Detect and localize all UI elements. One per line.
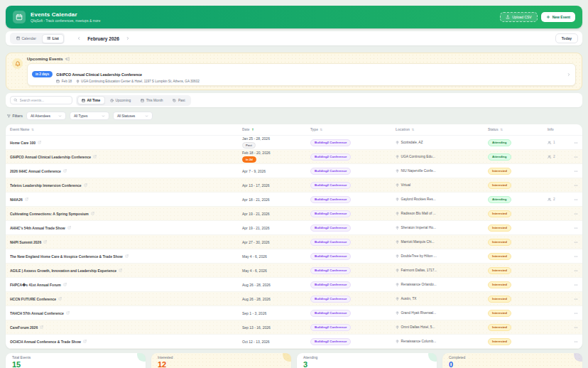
- more-actions-icon[interactable]: [574, 325, 578, 330]
- more-actions-icon[interactable]: [574, 141, 578, 145]
- event-type-badge: Building2 Conference: [310, 168, 351, 175]
- pin-icon: [396, 325, 399, 329]
- table-row[interactable]: TAHCH 57th Annual Conference Sep 1 - 3, …: [6, 306, 582, 320]
- table-row[interactable]: GIHPCO Annual Clinical Leadership Confer…: [6, 150, 582, 164]
- more-actions-icon[interactable]: [574, 197, 578, 202]
- external-link-icon[interactable]: [93, 155, 97, 158]
- upcoming-event-date: Feb 18: [62, 80, 72, 83]
- column-info: Info: [548, 128, 567, 131]
- external-link-icon[interactable]: [25, 197, 28, 201]
- stats-footer: Total Events 15 Interested 12 Attending …: [6, 353, 582, 368]
- more-actions-icon[interactable]: [574, 169, 578, 173]
- event-name: HCCN FUTURE Conference: [10, 297, 56, 301]
- external-link-icon[interactable]: [125, 254, 129, 258]
- status-badge: Interested: [488, 324, 511, 331]
- calendar-icon: [82, 99, 85, 102]
- previous-month-button[interactable]: [76, 36, 82, 41]
- external-link-icon[interactable]: [67, 226, 71, 229]
- stat-interested: Interested 12: [151, 353, 291, 368]
- calendar-icon: [16, 13, 23, 21]
- event-name: 2026 IHHC Annual Conference: [10, 169, 61, 173]
- column-event-name[interactable]: Event Name⇅: [10, 128, 242, 131]
- event-location: Virtual: [401, 183, 411, 187]
- stat-attending: Attending 3: [297, 353, 437, 368]
- more-actions-icon[interactable]: [574, 240, 578, 244]
- days-until-badge: in 2 days: [32, 71, 53, 77]
- more-actions-icon[interactable]: [574, 340, 578, 344]
- list-view-button[interactable]: List: [42, 34, 64, 43]
- external-link-icon[interactable]: [58, 297, 62, 301]
- external-link-icon[interactable]: [66, 311, 70, 315]
- bell-icon: [12, 58, 23, 69]
- table-row[interactable]: AHHC's 54th Annual Trade Show Apr 19 - 2…: [6, 221, 582, 235]
- external-link-icon[interactable]: [63, 169, 67, 173]
- more-actions-icon[interactable]: [574, 155, 578, 159]
- table-row[interactable]: 2026 IHHC Annual Conference Apr 7 - 9, 2…: [6, 164, 582, 178]
- external-link-icon[interactable]: [91, 212, 94, 215]
- filter-past[interactable]: Past: [168, 96, 190, 104]
- external-link-icon[interactable]: [40, 325, 43, 329]
- calendar-icon: [141, 99, 144, 102]
- more-actions-icon[interactable]: [574, 311, 578, 315]
- external-link-icon[interactable]: [38, 141, 41, 144]
- event-type-badge: Building2 Conference: [310, 239, 351, 246]
- table-row[interactable]: Cultivating Connections: A Spring Sympos…: [6, 207, 582, 221]
- event-name: Home Care 100: [10, 141, 36, 145]
- view-toggle: Calendar List: [10, 33, 65, 44]
- upload-csv-button[interactable]: Upload CSV: [500, 12, 538, 22]
- more-actions-icon[interactable]: [574, 283, 578, 287]
- column-date[interactable]: Date↑: [242, 128, 310, 131]
- external-link-icon[interactable]: [83, 340, 87, 343]
- filter-all-time[interactable]: All Time: [77, 96, 105, 104]
- table-row[interactable]: NHPI Summit 2026 Apr 27 - 30, 2026 Build…: [6, 235, 582, 249]
- external-link-icon[interactable]: [84, 183, 87, 187]
- new-event-button[interactable]: New Event: [541, 12, 575, 22]
- external-link-icon[interactable]: [119, 269, 122, 272]
- search-icon: [13, 98, 18, 102]
- next-month-button[interactable]: [125, 36, 131, 41]
- event-date: Apr 27 - 30, 2026: [242, 240, 270, 244]
- table-row[interactable]: AGILE | Axxess Growth, Innovation and Le…: [6, 264, 582, 278]
- more-actions-icon[interactable]: [574, 297, 578, 301]
- table-row[interactable]: The New England Home Care & Hospice Conf…: [6, 249, 582, 264]
- pin-icon: [76, 80, 80, 83]
- filter-upcoming[interactable]: Upcoming: [106, 96, 136, 104]
- event-type-badge: Building2 Conference: [310, 267, 351, 274]
- column-location[interactable]: Location⇅: [396, 128, 488, 131]
- types-filter-dropdown[interactable]: All Types: [70, 112, 109, 120]
- external-link-icon[interactable]: [63, 283, 67, 286]
- search-input[interactable]: [20, 99, 70, 102]
- status-badge: Interested: [488, 210, 511, 217]
- event-type-badge: Building2 Conference: [310, 210, 351, 217]
- more-actions-icon[interactable]: [574, 269, 578, 273]
- table-row[interactable]: HCCN FUTURE Conference Aug 26 - 28, 2026…: [6, 292, 582, 306]
- table-row[interactable]: FHPCA�s 41st Annual Forum Aug 26 - 28, 2…: [6, 278, 582, 292]
- more-actions-icon[interactable]: [574, 183, 578, 188]
- more-actions-icon[interactable]: [574, 254, 578, 259]
- events-calendar-app: Events Calendar QliqSoft - Track confere…: [0, 0, 588, 368]
- table-row[interactable]: NHIA26 Apr 18 - 21, 2026 Building2 Confe…: [6, 193, 582, 207]
- external-link-icon[interactable]: [43, 240, 47, 244]
- table-row[interactable]: Teleios Leadership Immersion Conference …: [6, 178, 582, 193]
- upcoming-event-name: GIHPCO Annual Clinical Leadership Confer…: [56, 72, 142, 77]
- more-actions-icon[interactable]: [574, 226, 578, 230]
- pin-icon: [396, 283, 399, 286]
- upcoming-event-card[interactable]: in 2 days GIHPCO Annual Clinical Leaders…: [27, 63, 576, 87]
- filter-this-month[interactable]: This Month: [136, 96, 168, 104]
- attendee-count: 2: [548, 197, 567, 202]
- attendees-filter-dropdown[interactable]: All Attendees: [26, 112, 66, 120]
- column-status[interactable]: Status⇅: [488, 128, 548, 131]
- table-row[interactable]: CareForum 2026 Sep 13 - 16, 2026 Buildin…: [6, 320, 582, 335]
- more-actions-icon[interactable]: [574, 212, 578, 216]
- table-row[interactable]: Home Care 100 Jan 25 - 28, 2026 Past Bui…: [6, 136, 582, 150]
- column-type[interactable]: Type⇅: [310, 128, 396, 131]
- calendar-view-button[interactable]: Calendar: [11, 34, 41, 43]
- table-row[interactable]: OCHCH Annual Conference & Trade Show Oct…: [6, 335, 582, 349]
- event-location: Gaylord Rockies Res...: [401, 197, 436, 201]
- statuses-filter-dropdown[interactable]: All Statuses: [113, 112, 153, 120]
- event-location: Scottsdale, AZ: [401, 141, 423, 144]
- event-type-badge: Building2 Conference: [310, 182, 351, 189]
- status-badge: Interested: [488, 281, 511, 288]
- today-button[interactable]: Today: [555, 33, 578, 43]
- pin-icon: [396, 226, 399, 229]
